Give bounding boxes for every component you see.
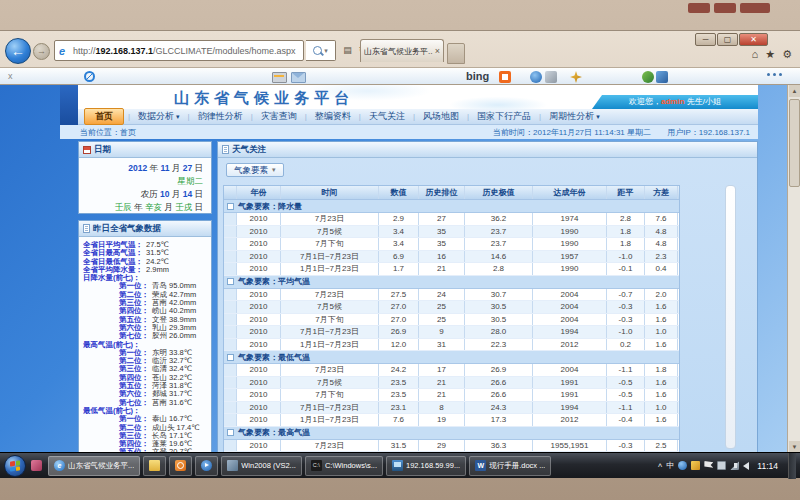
table-row[interactable]: 20107月下旬3.43523.719901.84.8 [224, 238, 679, 251]
table-cell: 14.6 [465, 251, 533, 263]
session-info: 当前时间：2012年11月27日 11:14:31 星期二 用户IP：192.1… [479, 127, 750, 138]
expander-icon[interactable] [227, 429, 234, 436]
table-cell: 36.3 [465, 440, 533, 452]
taskbar-clock[interactable]: 11:14 [757, 461, 778, 471]
table-cell [224, 440, 237, 452]
sparkle-icon[interactable] [570, 71, 582, 83]
settings-gear-icon[interactable]: ⚙ [782, 48, 792, 61]
volume-icon[interactable] [743, 462, 749, 470]
calendar-line: 壬辰 年 辛亥 月 壬戌 日 [83, 201, 203, 214]
wallet-icon[interactable] [272, 72, 287, 83]
nav-item-3[interactable]: 韵律性分析 [190, 110, 251, 123]
nav-item-5[interactable]: 整编资料 [307, 110, 359, 123]
table-row[interactable]: 20101月1日~7月23日1.7212.81990-0.10.4 [224, 263, 679, 276]
show-desktop-button[interactable] [788, 453, 796, 479]
table-group-row[interactable]: 气象要素：最低气温 [224, 351, 679, 364]
nav-item-9[interactable]: 周期性分析▾ [541, 110, 608, 123]
table-row[interactable]: 20107月5候23.52126.61991-0.51.6 [224, 377, 679, 390]
search-button[interactable]: ▾ [306, 40, 336, 61]
back-button[interactable]: ← [5, 38, 31, 64]
table-group-row[interactable]: 气象要素：最高气温 [224, 427, 679, 440]
display-icon[interactable] [717, 461, 726, 470]
update-icon[interactable] [678, 461, 687, 470]
table-row[interactable]: 20107月1日~7月23日23.1824.31994-1.11.0 [224, 402, 679, 415]
maximize-button[interactable]: ▢ [717, 33, 738, 46]
scrollbar-thumb[interactable] [789, 99, 800, 187]
close-button[interactable]: ✕ [739, 33, 768, 46]
action-center-flag-icon[interactable] [704, 461, 713, 470]
weather-section-label: 最低气温(前七)： [83, 407, 209, 415]
group-label: 气象要素：最高气温 [238, 427, 310, 438]
expander-icon[interactable] [227, 354, 234, 361]
window-scrollbar[interactable]: ▲ ▼ [787, 85, 800, 453]
home-icon[interactable]: ⌂ [752, 48, 759, 61]
table-row[interactable]: 20107月下旬23.52126.61991-0.51.6 [224, 389, 679, 402]
nav-item-8[interactable]: 国家下行产品 [469, 110, 539, 123]
new-tab-button[interactable] [447, 43, 465, 64]
table-group-row[interactable]: 气象要素：降水量 [224, 200, 679, 213]
chevron-down-icon: ▾ [272, 164, 276, 176]
table-row[interactable]: 20101月1日~7月23日12.03122.320120.21.6 [224, 339, 679, 352]
browser-tab[interactable]: 山东省气候业务平... × [360, 39, 444, 62]
scroll-up-icon[interactable]: ▲ [789, 85, 800, 97]
table-row[interactable]: 20107月23日31.52936.31955,1951-0.32.5 [224, 440, 679, 453]
table-cell: -0.7 [607, 289, 645, 301]
bing-logo[interactable]: bing [466, 70, 489, 82]
camera-icon[interactable] [545, 71, 557, 83]
close-toolbar-icon[interactable]: x [8, 71, 13, 81]
start-button[interactable] [4, 455, 26, 477]
tab-close-icon[interactable]: × [435, 47, 440, 56]
table-group-row[interactable]: 气象要素：平均气温 [224, 276, 679, 289]
expander-icon[interactable] [227, 278, 234, 285]
element-selector-button[interactable]: 气象要素 ▾ [226, 163, 284, 177]
taskbar-button-ie[interactable]: e 山东省气候业务平... [48, 456, 140, 476]
table-row[interactable]: 20107月23日2.92736.219742.87.6 [224, 213, 679, 226]
security-icon[interactable] [691, 461, 700, 470]
taskbar-button-explorer[interactable] [143, 456, 166, 476]
puzzle-icon[interactable] [656, 71, 668, 83]
show-hidden-icons[interactable]: ˄ [658, 461, 663, 470]
nav-item-7[interactable]: 风场地图 [415, 110, 467, 123]
messenger-icon[interactable] [530, 71, 542, 83]
pinned-app-icon[interactable] [31, 460, 42, 471]
table-cell: 8 [419, 402, 465, 414]
forward-button[interactable]: → [33, 43, 50, 60]
table-cell: 25 [419, 301, 465, 313]
table-row[interactable]: 20107月下旬27.02530.52004-0.31.6 [224, 314, 679, 327]
taskbar-button-remote[interactable]: 192.168.59.99... [386, 456, 466, 476]
nav-item-6[interactable]: 天气关注 [361, 110, 413, 123]
table-row[interactable]: 20107月1日~7月23日6.91614.61957-1.02.3 [224, 251, 679, 264]
nav-item-1[interactable]: 首页 [84, 108, 124, 125]
table-row[interactable]: 20107月5候3.43523.719901.84.8 [224, 226, 679, 239]
table-cell: 2004 [533, 364, 607, 376]
table-cell: 7月23日 [281, 289, 379, 301]
minimize-button[interactable]: ─ [695, 33, 716, 46]
ime-language-indicator[interactable]: 中 [666, 460, 674, 471]
taskbar-button-pinned2[interactable] [169, 456, 192, 476]
tab-title: 山东省气候业务平... [364, 46, 433, 57]
table-row[interactable]: 20107月23日27.52430.72004-0.72.0 [224, 289, 679, 302]
expander-icon[interactable] [227, 203, 234, 210]
people-icon[interactable] [642, 71, 654, 83]
table-cell [224, 289, 237, 301]
mail-icon[interactable] [291, 72, 306, 83]
table-row[interactable]: 20107月1日~7月23日26.9928.01994-1.01.0 [224, 326, 679, 339]
table-cell: 2.9 [379, 213, 419, 225]
toolbar-overflow-dots[interactable] [767, 73, 782, 76]
table-row[interactable]: 20107月23日24.21726.92004-1.11.8 [224, 364, 679, 377]
table-cell: 1.6 [645, 301, 678, 313]
taskbar-button-win[interactable]: Win2008 (VS2... [221, 456, 302, 476]
bing-app-icon[interactable] [499, 71, 511, 83]
taskbar-button-cmd[interactable]: C:\C:\Windows\s... [305, 456, 383, 476]
blocked-icon[interactable] [84, 71, 95, 82]
address-bar[interactable]: e http://192.168.137.1/GLCCLIMATE/module… [54, 40, 304, 61]
taskbar-button-word[interactable]: W现行手册.docx ... [469, 456, 551, 476]
compatibility-view-button[interactable]: ▤ [340, 42, 355, 59]
favorites-star-icon[interactable]: ★ [765, 48, 775, 61]
nav-item-4[interactable]: 灾害查询 [253, 110, 305, 123]
nav-item-2[interactable]: 数据分析▾ [130, 110, 188, 123]
taskbar-button-media[interactable] [195, 456, 218, 476]
table-row[interactable]: 20107月5候27.02530.52004-0.31.6 [224, 301, 679, 314]
panel-scrollbar[interactable] [725, 185, 736, 449]
table-row[interactable]: 20101月1日~7月23日7.61917.32012-0.41.6 [224, 414, 679, 427]
